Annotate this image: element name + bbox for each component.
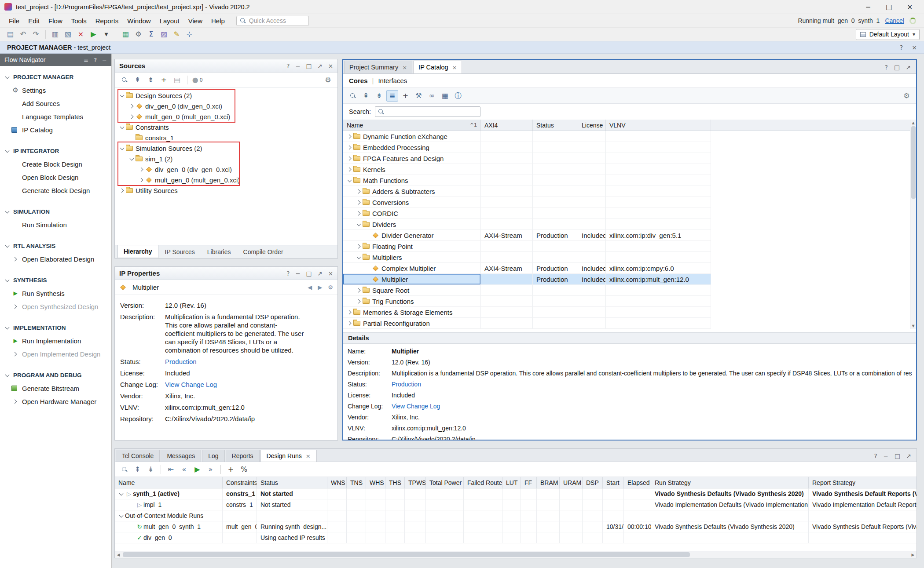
flownav-item-create-block-design[interactable]: Create Block Design bbox=[0, 157, 111, 171]
flownav-item-add-sources[interactable]: Add Sources bbox=[0, 97, 111, 110]
tab-tcl-console[interactable]: Tcl Console bbox=[116, 450, 160, 462]
catalog-row-square-root[interactable]: Square Root bbox=[343, 285, 711, 296]
flownav-item-run-simulation[interactable]: Run Simulation bbox=[0, 218, 111, 231]
tree-item-mult-gen-0[interactable]: mult_gen_0 (mult_gen_0.xci) bbox=[115, 175, 337, 185]
flownav-item-ip-catalog[interactable]: IP Catalog bbox=[0, 123, 111, 136]
expander-open-icon[interactable] bbox=[4, 324, 11, 331]
flownav-section-header-implementation[interactable]: IMPLEMENTATION bbox=[0, 321, 111, 334]
gear-icon[interactable]: ⚙ bbox=[328, 284, 333, 291]
properties-icon[interactable]: ▦ bbox=[439, 90, 451, 102]
catalog-row-multiplier[interactable]: MultiplierProductionIncludedxilinx.com:i… bbox=[343, 274, 711, 285]
flownav-item-open-synthesized-design[interactable]: Open Synthesized Design bbox=[0, 300, 111, 313]
menu-reports[interactable]: Reports bbox=[91, 16, 123, 26]
expander-closed-icon[interactable] bbox=[355, 210, 363, 217]
launch-runs-icon[interactable]: ▶ bbox=[191, 464, 203, 475]
flownav-help-icon[interactable]: ? bbox=[94, 57, 97, 63]
expander-open-icon[interactable] bbox=[117, 512, 125, 519]
flownav-item-open-block-design[interactable]: Open Block Design bbox=[0, 171, 111, 184]
float-icon[interactable]: ↗ bbox=[906, 452, 911, 459]
subtab-cores[interactable]: Cores bbox=[349, 77, 368, 84]
redo-icon[interactable]: ↷ bbox=[30, 29, 42, 40]
column-header-whs[interactable]: WHS bbox=[366, 477, 385, 488]
expander-open-icon[interactable] bbox=[355, 221, 363, 228]
catalog-row-divider-generator[interactable]: Divider GeneratorAXI4-StreamProductionIn… bbox=[343, 230, 711, 241]
tree-item-constraints[interactable]: Constraints bbox=[115, 122, 337, 132]
expand-all-icon[interactable]: ⇟ bbox=[145, 74, 157, 86]
horizontal-scrollbar[interactable]: ◀ ▶ bbox=[115, 551, 917, 558]
scroll-up-icon[interactable]: ▲ bbox=[910, 120, 916, 126]
tree-item-mult-gen-0[interactable]: mult_gen_0 (mult_gen_0.xci) bbox=[115, 111, 337, 122]
float-icon[interactable]: ↗ bbox=[317, 62, 322, 69]
previous-icon[interactable]: « bbox=[178, 464, 190, 475]
catalog-search-input[interactable] bbox=[375, 106, 480, 117]
hierarchy-view-icon[interactable]: ≣ bbox=[386, 90, 398, 102]
probe-icon[interactable]: ⊹ bbox=[183, 29, 195, 40]
flownav-minimize-icon[interactable]: − bbox=[102, 57, 107, 63]
column-header-dsp[interactable]: DSP bbox=[583, 477, 603, 488]
column-header-status[interactable]: Status bbox=[533, 120, 578, 131]
tab-design-runs[interactable]: Design Runs× bbox=[260, 450, 317, 462]
expander-closed-icon[interactable] bbox=[346, 320, 353, 327]
close-icon[interactable]: × bbox=[402, 64, 407, 71]
column-header-total_power[interactable]: Total Power bbox=[426, 477, 464, 488]
column-header-report_strategy[interactable]: Report Strategy bbox=[809, 477, 917, 488]
flownav-item-run-implementation[interactable]: ▶Run Implementation bbox=[0, 334, 111, 347]
scroll-right-icon[interactable]: ▶ bbox=[909, 553, 917, 557]
flownav-item-run-synthesis[interactable]: ▶Run Synthesis bbox=[0, 287, 111, 300]
close-icon[interactable]: × bbox=[328, 270, 333, 277]
customize-ip-icon[interactable]: ⚒ bbox=[413, 90, 425, 102]
expander-open-icon[interactable] bbox=[117, 490, 125, 497]
maximize-button[interactable]: □ bbox=[886, 3, 892, 11]
expander-open-icon[interactable] bbox=[118, 124, 126, 131]
property-value[interactable]: View Change Log bbox=[165, 380, 217, 389]
tab-libraries[interactable]: Libraries bbox=[202, 245, 237, 258]
tab-messages[interactable]: Messages bbox=[161, 450, 201, 462]
expander-closed-icon[interactable] bbox=[355, 199, 363, 206]
save-icon[interactable]: ▤ bbox=[4, 29, 16, 40]
search-icon[interactable] bbox=[118, 464, 130, 475]
scrollbar-thumb[interactable] bbox=[911, 126, 916, 199]
quick-access-search[interactable]: Quick Access bbox=[236, 16, 309, 26]
add-ip-icon[interactable]: + bbox=[400, 90, 411, 102]
settings-gear-icon[interactable]: ⚙ bbox=[901, 90, 913, 102]
scrollbar-track[interactable] bbox=[122, 551, 909, 558]
tab-hierarchy[interactable]: Hierarchy bbox=[117, 245, 158, 258]
close-icon[interactable]: × bbox=[912, 44, 917, 51]
column-header-tns[interactable]: TNS bbox=[347, 477, 366, 488]
menu-tools[interactable]: Tools bbox=[67, 16, 91, 26]
flownav-item-open-implemented-design[interactable]: Open Implemented Design bbox=[0, 347, 111, 360]
run-icon[interactable]: ▶ bbox=[88, 29, 99, 40]
create-runs-icon[interactable]: + bbox=[225, 464, 237, 475]
catalog-row-math-functions[interactable]: Math Functions bbox=[343, 175, 711, 186]
expander-open-icon[interactable] bbox=[128, 155, 136, 162]
edit-icon[interactable]: ✎ bbox=[171, 29, 183, 40]
catalog-row-adders-subtracters[interactable]: Adders & Subtracters bbox=[343, 186, 711, 197]
expander-closed-icon[interactable] bbox=[346, 144, 353, 151]
layout-selector[interactable]: Default Layout ▾ bbox=[856, 29, 920, 40]
scroll-left-icon[interactable]: ◀ bbox=[115, 553, 122, 557]
catalog-row-partial-reconfiguration[interactable]: Partial Reconfiguration bbox=[343, 318, 711, 329]
menu-file[interactable]: File bbox=[4, 16, 24, 26]
column-header-license[interactable]: License bbox=[578, 120, 606, 131]
minimize-icon[interactable]: − bbox=[295, 62, 300, 69]
expander-closed-icon[interactable] bbox=[346, 166, 353, 173]
catalog-row-trig-functions[interactable]: Trig Functions bbox=[343, 296, 711, 307]
report-icon[interactable]: ▦ bbox=[120, 29, 132, 40]
reset-runs-icon[interactable]: ⇤ bbox=[165, 464, 177, 475]
percentage-icon[interactable]: % bbox=[238, 464, 250, 475]
collapse-all-icon[interactable]: ⇞ bbox=[132, 74, 143, 86]
column-header-name[interactable]: Name bbox=[115, 477, 223, 488]
expander-closed-icon[interactable] bbox=[11, 398, 19, 405]
tree-item-design-sources[interactable]: Design Sources (2) bbox=[115, 90, 337, 101]
expander-closed-icon[interactable] bbox=[355, 298, 363, 305]
edit-icon[interactable]: ▤ bbox=[171, 74, 183, 86]
expander-open-icon[interactable] bbox=[118, 145, 126, 152]
expander-closed-icon[interactable] bbox=[128, 113, 136, 120]
column-header-wns[interactable]: WNS bbox=[327, 477, 347, 488]
expander-open-icon[interactable] bbox=[4, 147, 11, 154]
subtab-interfaces[interactable]: Interfaces bbox=[378, 77, 407, 84]
catalog-row-multipliers[interactable]: Multipliers bbox=[343, 252, 711, 263]
flownav-section-header-simulation[interactable]: SIMULATION bbox=[0, 205, 111, 218]
flownav-menu-icon[interactable]: ≡ bbox=[84, 57, 88, 63]
expand-all-icon[interactable]: ⇟ bbox=[145, 464, 157, 475]
